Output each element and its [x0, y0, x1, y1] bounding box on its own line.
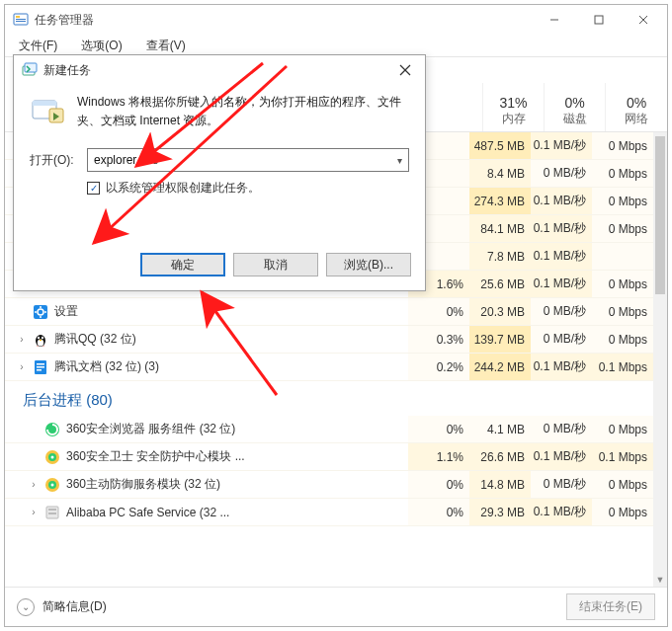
table-row[interactable]: ›Alibaba PC Safe Service (32 ...0%29.3 M…	[5, 499, 653, 526]
svg-rect-1	[16, 16, 20, 18]
cell-net: 0 Mbps	[592, 471, 653, 498]
process-name: 设置	[54, 303, 78, 320]
menu-view[interactable]: 查看(V)	[138, 36, 194, 56]
cell-disk: 0.1 MB/秒	[531, 243, 592, 270]
table-row[interactable]: 360安全浏览器 服务组件 (32 位)0%4.1 MB0 MB/秒0 Mbps	[5, 416, 653, 443]
open-label: 打开(O):	[30, 152, 79, 169]
svg-rect-35	[48, 509, 56, 511]
expand-chevron-icon[interactable]: ›	[17, 334, 27, 345]
cell-mem: 7.8 MB	[469, 243, 531, 270]
cell-mem: 487.5 MB	[469, 132, 531, 159]
open-combobox[interactable]: explorer.exe ▾	[87, 148, 409, 172]
admin-checkbox[interactable]: ✓	[87, 182, 100, 195]
cell-disk: 0 MB/秒	[531, 416, 592, 442]
col-memory[interactable]: 31% 内存	[483, 83, 545, 131]
cell-mem: 244.2 MB	[469, 354, 531, 380]
collapse-icon[interactable]: ⌄	[17, 598, 35, 616]
maximize-button[interactable]	[576, 6, 621, 34]
scroll-down-icon[interactable]: ▼	[653, 573, 667, 587]
browse-button[interactable]: 浏览(B)...	[326, 253, 411, 276]
vertical-scrollbar[interactable]: ▲ ▼	[653, 132, 667, 587]
cell-net: 0 Mbps	[592, 298, 653, 325]
expand-chevron-icon[interactable]: ›	[17, 361, 27, 372]
cell-net: 0 Mbps	[592, 499, 653, 525]
col-mem-label: 内存	[502, 111, 526, 127]
svg-point-33	[51, 483, 54, 486]
close-button[interactable]	[621, 6, 665, 34]
process-name: 360主动防御服务模块 (32 位)	[66, 476, 220, 493]
process-name: 腾讯QQ (32 位)	[54, 331, 136, 348]
table-row[interactable]: ›360主动防御服务模块 (32 位)0%14.8 MB0 MB/秒0 Mbps	[5, 471, 653, 499]
cell-net: 0 Mbps	[592, 160, 653, 187]
cell-cpu: 1.1%	[408, 443, 469, 470]
table-row[interactable]: 设置0%20.3 MB0 MB/秒0 Mbps	[5, 298, 653, 326]
col-disk-label: 磁盘	[563, 111, 587, 127]
table-row[interactable]: 360安全卫士 安全防护中心模块 ...1.1%26.6 MB0.1 MB/秒0…	[5, 443, 653, 471]
cell-disk: 0.1 MB/秒	[531, 271, 592, 297]
cell-mem: 8.4 MB	[469, 160, 531, 187]
cell-disk: 0 MB/秒	[531, 160, 592, 187]
cell-mem: 274.3 MB	[469, 188, 531, 214]
process-name: 腾讯文档 (32 位) (3)	[54, 358, 159, 375]
s360y-icon	[44, 477, 60, 493]
cell-net	[592, 243, 653, 270]
dialog-title-text: 新建任务	[43, 62, 91, 79]
svg-point-30	[51, 455, 54, 458]
svg-point-20	[38, 336, 40, 338]
end-task-button[interactable]: 结束任务(E)	[566, 593, 655, 620]
svg-rect-26	[37, 369, 42, 371]
col-net-label: 网络	[625, 111, 648, 127]
run-icon	[22, 62, 38, 78]
admin-label: 以系统管理权限创建此任务。	[106, 180, 260, 197]
table-row[interactable]: ›腾讯文档 (32 位) (3)0.2%244.2 MB0.1 MB/秒0.1 …	[5, 354, 653, 381]
svg-rect-36	[48, 513, 56, 514]
svg-rect-5	[595, 16, 603, 24]
cell-disk: 0.1 MB/秒	[531, 354, 592, 380]
dialog-description: Windows 将根据你所键入的名称，为你打开相应的程序、文件夹、文档或 Int…	[77, 93, 409, 130]
cell-mem: 26.6 MB	[469, 443, 531, 470]
dialog-titlebar: 新建任务	[14, 55, 425, 85]
bottom-bar: ⌄ 简略信息(D) 结束任务(E)	[5, 587, 667, 626]
expand-chevron-icon[interactable]: ›	[29, 479, 39, 490]
scroll-thumb[interactable]	[655, 136, 665, 294]
menu-file[interactable]: 文件(F)	[11, 36, 65, 56]
menu-options[interactable]: 选项(O)	[73, 36, 129, 56]
cell-cpu: 0%	[408, 298, 469, 325]
brief-info-link[interactable]: 简略信息(D)	[42, 598, 107, 615]
minimize-button[interactable]	[532, 6, 576, 34]
cancel-button[interactable]: 取消	[233, 253, 318, 276]
window-controls	[532, 6, 665, 34]
cell-disk: 0.1 MB/秒	[531, 499, 592, 525]
run-large-icon	[30, 93, 65, 128]
col-net[interactable]: 0% 网络	[606, 83, 667, 131]
expand-chevron-icon[interactable]: ›	[29, 507, 39, 517]
gray-icon	[44, 505, 60, 520]
cell-cpu: 0%	[408, 499, 469, 525]
run-dialog: 新建任务 Windows 将根据你所键入的名称，为你打开相应的程序、文件夹、文档…	[13, 54, 426, 291]
tdoc-icon	[33, 359, 48, 375]
cell-mem: 84.1 MB	[469, 215, 531, 242]
titlebar: 任务管理器	[5, 5, 667, 35]
cell-cpu: 0%	[408, 471, 469, 498]
col-cpu[interactable]	[422, 83, 483, 131]
cell-cpu: 0.3%	[408, 326, 469, 353]
col-disk[interactable]: 0% 磁盘	[545, 83, 606, 131]
cell-disk: 0 MB/秒	[531, 298, 592, 325]
cell-net: 0 Mbps	[592, 188, 653, 214]
chevron-down-icon: ▾	[397, 155, 402, 166]
ok-button[interactable]: 确定	[140, 253, 225, 276]
s360y-icon	[44, 449, 60, 465]
table-row[interactable]: ›腾讯QQ (32 位)0.3%139.7 MB0 MB/秒0 Mbps	[5, 326, 653, 354]
cell-disk: 0.1 MB/秒	[531, 215, 592, 242]
cell-disk: 0 MB/秒	[531, 326, 592, 353]
svg-rect-2	[16, 19, 26, 20]
dialog-close-button[interactable]	[385, 56, 425, 84]
cell-cpu: 0%	[408, 416, 469, 442]
cell-mem: 29.3 MB	[469, 499, 531, 525]
app-icon	[13, 12, 29, 28]
svg-rect-38	[25, 63, 37, 72]
cell-mem: 20.3 MB	[469, 298, 531, 325]
cell-net: 0 Mbps	[592, 326, 653, 353]
cell-net: 0.1 Mbps	[592, 443, 653, 470]
process-name: 360安全浏览器 服务组件 (32 位)	[66, 421, 235, 437]
